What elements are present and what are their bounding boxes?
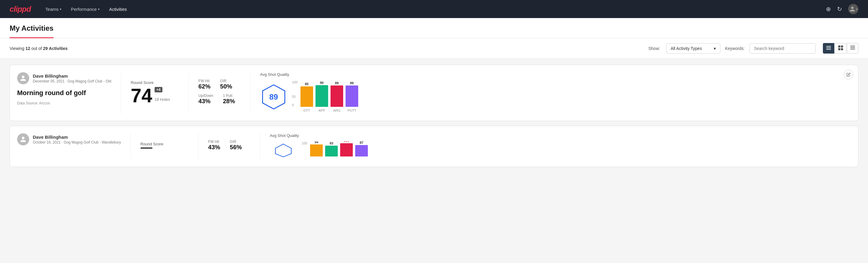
stat-row: FW Hit 62% GIR 50%: [198, 79, 241, 90]
stats-section: FW Hit 43% GIR 56%: [208, 133, 250, 159]
quality-section: Avg Shot Quality 100 94: [270, 133, 851, 159]
user-info: Dave Billingham October 16, 2021 · Gog M…: [33, 135, 121, 144]
stat-value: 50%: [220, 83, 232, 90]
svg-rect-3: [838, 46, 840, 48]
page-title: My Activities: [10, 18, 54, 38]
bar-fill-putt: [346, 85, 358, 107]
x-axis-labels: OTT APP ARG PUTT: [301, 109, 358, 112]
score-number: 74: [131, 86, 152, 105]
svg-rect-8: [850, 47, 855, 48]
bar-value-ott-2: 94: [315, 141, 318, 144]
score-section: Round Score 74 +4 18 Holes: [131, 72, 179, 113]
stat-value: 28%: [223, 98, 235, 105]
card-left: Dave Billingham December 05, 2021 · Gog …: [17, 72, 111, 113]
bar-value-putt: 89: [350, 81, 354, 85]
bar-group-app: 90: [315, 81, 328, 107]
bar-value-arg: 89: [335, 81, 339, 85]
bar-value-putt-2: 87: [360, 141, 363, 144]
bar-value-app-2: 83: [330, 141, 333, 145]
activity-card: Dave Billingham December 05, 2021 · Gog …: [10, 65, 858, 121]
keywords-label: Keywords:: [725, 46, 745, 51]
nav-performance[interactable]: Performance ▾: [71, 5, 99, 13]
bar-group-arg: 89: [331, 81, 343, 107]
y-axis-50: 50: [292, 95, 296, 98]
stat-item: 1 Putt 28%: [223, 94, 235, 105]
search-input[interactable]: [749, 43, 816, 54]
filters-bar: Viewing 12 out of 29 Activities Show: Al…: [0, 38, 868, 59]
card-divider: [189, 72, 189, 113]
stat-label: FW Hit: [208, 140, 220, 144]
page-header: My Activities: [0, 18, 868, 38]
nav-icons: ⊕ ↻ ▾: [826, 4, 858, 14]
svg-rect-4: [841, 46, 843, 48]
quality-label: Avg Shot Quality: [260, 72, 289, 77]
bar-group-ott: 85: [301, 82, 313, 107]
bar-fill-app: [315, 85, 328, 107]
nav-activities[interactable]: Activities: [109, 5, 127, 13]
bar-value-app: 90: [320, 81, 323, 85]
card-left: Dave Billingham October 16, 2021 · Gog M…: [17, 133, 121, 159]
bar-group-arg-2: 106: [340, 141, 353, 156]
add-icon[interactable]: ⊕: [826, 5, 831, 12]
bar-chart: 100 50 0 85: [292, 80, 358, 113]
activity-title: Morning round of golf: [17, 89, 111, 97]
logo[interactable]: clippd: [10, 4, 31, 14]
stat-value: 43%: [198, 98, 213, 105]
user-name: Dave Billingham: [33, 74, 111, 79]
card-divider: [121, 72, 121, 113]
round-score-label: Round Score: [141, 142, 189, 146]
nav-teams[interactable]: Teams ▾: [45, 5, 61, 13]
score-holes: 18 Holes: [155, 97, 170, 102]
bar-group-ott-2: 94: [310, 141, 323, 156]
avatar: [17, 133, 29, 145]
user-date: December 05, 2021 · Gog Magog Golf Club …: [33, 79, 111, 83]
svg-rect-5: [838, 48, 840, 50]
stat-label: GIR: [220, 79, 232, 83]
bar-fill-ott: [301, 86, 313, 107]
stats-section: FW Hit 62% GIR 50% Up/Down 43% 1 Putt 28…: [198, 72, 241, 113]
chevron-down-icon: ▾: [714, 46, 716, 51]
bar-group-putt: 89: [346, 81, 358, 107]
data-source: Data Source: Arccos: [17, 101, 111, 105]
bar-fill-app-2: [325, 146, 338, 156]
stat-value: 62%: [198, 83, 211, 90]
svg-rect-7: [850, 46, 855, 46]
quality-score: 89: [269, 92, 278, 102]
avatar[interactable]: ▾: [848, 4, 858, 14]
bars-partial: 94 83 106 8: [310, 143, 368, 156]
x-label-app: APP: [315, 109, 328, 112]
x-label-ott: OTT: [301, 109, 313, 112]
stat-item: FW Hit 62%: [198, 79, 211, 90]
view-grid-button[interactable]: [835, 43, 846, 54]
activity-type-dropdown[interactable]: All Activity Types ▾: [666, 43, 720, 54]
avatar: [17, 72, 29, 84]
stat-item: FW Hit 43%: [208, 140, 220, 151]
bar-chart-partial: 100 94 83 106: [302, 141, 368, 159]
card-divider: [130, 133, 131, 159]
bar-fill-arg: [331, 85, 343, 107]
svg-rect-1: [826, 48, 831, 48]
chevron-down-icon: ▾: [98, 7, 99, 11]
view-list-detail-button[interactable]: [847, 43, 858, 54]
bar-value-ott: 85: [305, 82, 309, 86]
stat-label: 1 Putt: [223, 94, 235, 98]
svg-rect-9: [850, 49, 855, 49]
stat-value: 43%: [208, 144, 220, 151]
card-user: Dave Billingham December 05, 2021 · Gog …: [17, 72, 111, 84]
x-label-arg: ARG: [331, 109, 343, 112]
stat-item: Up/Down 43%: [198, 94, 213, 105]
user-info: Dave Billingham December 05, 2021 · Gog …: [33, 74, 111, 83]
show-label: Show:: [648, 46, 660, 51]
bar-fill-arg-2: [340, 143, 353, 156]
quality-section: Avg Shot Quality 89 100 50 0: [260, 72, 851, 113]
view-list-compact-button[interactable]: [823, 43, 834, 54]
bar-fill-putt-2: [355, 145, 368, 156]
quality-hex-partial: [273, 143, 294, 158]
view-toggle: [823, 43, 858, 54]
bar-fill-ott-2: [310, 144, 323, 156]
refresh-icon[interactable]: ↻: [837, 5, 842, 12]
svg-rect-2: [826, 49, 831, 50]
stat-row: FW Hit 43% GIR 56%: [208, 140, 250, 151]
card-divider: [198, 133, 198, 159]
edit-button[interactable]: [844, 70, 853, 80]
